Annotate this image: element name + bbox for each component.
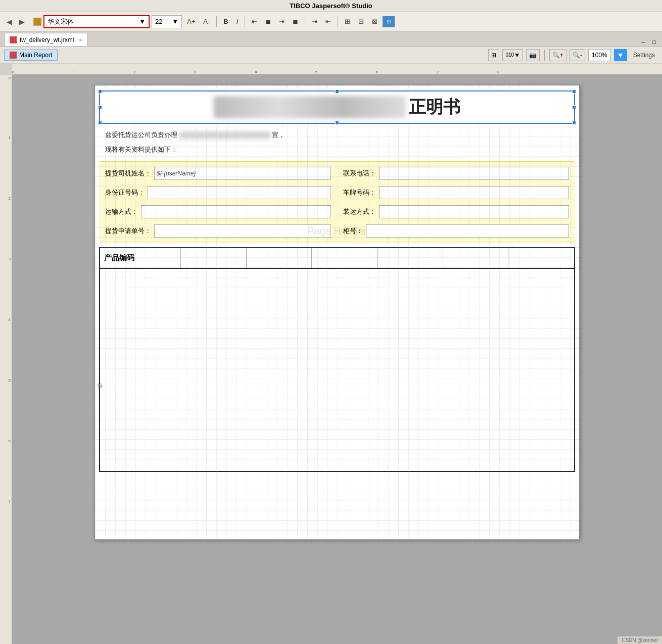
back-button[interactable]: ◀ xyxy=(4,16,15,27)
handle-top-left xyxy=(98,89,102,94)
info-line1: 兹委托货运公司负责办理 宜， xyxy=(105,128,569,143)
separator-4 xyxy=(338,16,338,27)
forward-button[interactable]: ▶ xyxy=(17,16,27,27)
align-right-button[interactable]: ⇥ xyxy=(276,16,288,27)
zoom-level-display: 100% xyxy=(588,49,611,61)
minimize-button[interactable]: ─ xyxy=(640,38,648,46)
driver-field-container: 提货司机姓名： $F{userName} xyxy=(99,164,337,183)
ruler-mark-4: 4 xyxy=(255,70,257,74)
align-justify-button[interactable]: ≣ xyxy=(290,16,301,27)
vruler-mark-3: 3 xyxy=(9,257,11,261)
font-size-dropdown-icon[interactable]: ▼ xyxy=(172,18,178,25)
layout-btn1[interactable]: ⊞ xyxy=(342,16,353,27)
id-field[interactable] xyxy=(148,186,331,199)
tab-file-icon xyxy=(10,36,17,43)
file-tab[interactable]: tw_delivery_wt.jrxml × xyxy=(4,33,88,46)
zoom-dropdown-button[interactable]: ▼ xyxy=(614,49,627,61)
form-row-1: 提货司机姓名： $F{userName} 联系电话： xyxy=(99,164,575,183)
report-icon-btn-3[interactable]: 📷 xyxy=(526,49,540,61)
plate-label: 车牌号码： xyxy=(343,188,376,197)
handle-top-right xyxy=(572,89,576,94)
driver-field[interactable]: $F{userName} xyxy=(154,167,331,180)
outdent-button[interactable]: ⇤ xyxy=(322,16,334,27)
font-size-box[interactable]: 22 ▼ xyxy=(152,15,182,28)
order-field[interactable] xyxy=(154,224,331,238)
report-icon-btn-1[interactable]: ⊞ xyxy=(488,49,499,61)
transport-field-container: 运输方式： xyxy=(99,202,337,221)
table-col3-header xyxy=(247,248,312,268)
layout-btn3[interactable]: ⊠ xyxy=(369,16,381,27)
table-col1-header: 产品编码 xyxy=(100,248,181,268)
handle-bottom-mid xyxy=(335,121,339,125)
title-bar: TIBCO Jaspersoft® Studio xyxy=(0,0,662,12)
ruler-mark-0: 0 xyxy=(12,70,14,74)
maximize-button[interactable]: □ xyxy=(650,38,658,46)
bold-button[interactable]: B xyxy=(220,16,231,27)
indent-button[interactable]: ⇥ xyxy=(309,16,320,27)
vruler-mark-4: 4 xyxy=(9,317,11,322)
separator-3 xyxy=(305,16,305,27)
handle-bottom-left xyxy=(98,121,102,125)
align-left-button[interactable]: ⇤ xyxy=(249,16,260,27)
tab-bar: tw_delivery_wt.jrxml × ─ □ xyxy=(0,31,662,47)
contact-field[interactable] xyxy=(379,167,569,180)
tab-controls: ─ □ xyxy=(640,38,662,46)
app-title: TIBCO Jaspersoft® Studio xyxy=(290,2,372,10)
info-line2: 现将有关资料提供如下： xyxy=(105,143,569,157)
transport-label: 运输方式： xyxy=(105,207,138,216)
zoom-out-button[interactable]: 🔍- xyxy=(570,49,585,61)
order-label: 提货申请单号： xyxy=(105,226,151,236)
driver-label: 提货司机姓名： xyxy=(105,169,151,178)
report-icon-btn-2[interactable]: 010▼ xyxy=(502,49,523,61)
ruler-mark-2: 2 xyxy=(133,70,135,74)
zoom-in-button[interactable]: 🔍+ xyxy=(549,49,566,61)
table-col6-header xyxy=(443,248,509,268)
ruler-mark-7: 7 xyxy=(437,70,439,74)
id-field-container: 身份证号码： xyxy=(99,183,337,202)
table-header: 产品编码 xyxy=(100,248,574,269)
window-toggle-btn[interactable]: ⊡ xyxy=(383,16,395,27)
table-col5-header xyxy=(377,248,443,268)
cabinet-label: 柜号： xyxy=(343,226,363,236)
vertical-ruler: 0 1 2 3 4 5 6 7 xyxy=(0,75,12,644)
canvas-area[interactable]: 正明书 兹委托货运公司负责办理 宜， 现将有关资料提供如下： xyxy=(12,75,662,644)
vruler-mark-5: 5 xyxy=(9,378,11,383)
form-row-4: Page Header 提货申请单号： 柜号： xyxy=(99,221,575,241)
contact-field-container: 联系电话： xyxy=(337,164,575,183)
report-title-visible: 正明书 xyxy=(409,96,460,119)
layout-btn2[interactable]: ⊟ xyxy=(355,16,367,27)
font-name-dropdown-icon[interactable]: ▼ xyxy=(139,18,146,25)
tab-close-button[interactable]: × xyxy=(79,37,82,43)
main-report-tab[interactable]: Main Report xyxy=(4,50,58,61)
info-section: 兹委托货运公司负责办理 宜， 现将有关资料提供如下： xyxy=(95,124,579,159)
handle-right-mid xyxy=(572,105,576,109)
vruler-mark-0: 0 xyxy=(9,76,11,80)
loading-field-container: 装运方式： xyxy=(337,202,575,221)
plate-field-container: 车牌号码： xyxy=(337,183,575,202)
main-layout: 0 1 2 3 4 5 6 7 xyxy=(0,75,662,644)
table-col4-header xyxy=(312,248,377,268)
transport-field[interactable] xyxy=(141,205,331,218)
handle-bottom-right xyxy=(572,121,576,125)
font-name-box[interactable]: 华文宋体 ▼ xyxy=(43,15,150,28)
zoom-level-value: 100% xyxy=(592,52,607,59)
loading-field[interactable] xyxy=(379,205,569,218)
align-center-button[interactable]: ≣ xyxy=(262,16,274,27)
font-size-value: 22 xyxy=(155,18,162,25)
report-tab-icon xyxy=(10,52,17,59)
settings-button[interactable]: Settings xyxy=(630,51,658,60)
handle-left-mid xyxy=(98,105,102,109)
report-toolbar: Main Report ⊞ 010▼ 📷 🔍+ 🔍- 100% ▼ Settin… xyxy=(0,47,662,64)
contact-label: 联系电话： xyxy=(343,169,376,178)
loading-label: 装运方式： xyxy=(343,207,376,216)
table-col2-header xyxy=(181,248,247,268)
cabinet-field[interactable] xyxy=(366,224,569,238)
italic-button[interactable]: I xyxy=(233,16,242,27)
form-row-2: 身份证号码： 车牌号码： xyxy=(99,183,575,202)
handle-top-mid xyxy=(335,89,339,94)
driver-value: $F{userName} xyxy=(157,170,196,177)
font-increase-button[interactable]: A+ xyxy=(184,16,198,27)
plate-field[interactable] xyxy=(379,186,569,199)
font-decrease-button[interactable]: A- xyxy=(200,16,213,27)
report-page: 正明书 兹委托货运公司负责办理 宜， 现将有关资料提供如下： xyxy=(94,85,580,540)
